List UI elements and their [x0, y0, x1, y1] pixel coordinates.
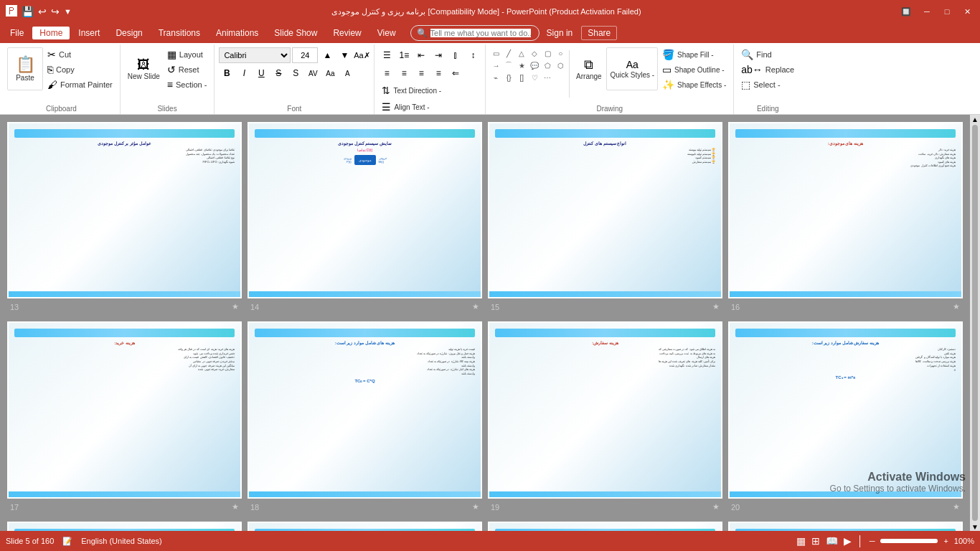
slide-panel[interactable]: عوامل مؤثر بر کنترل موجودی تقاضا برای مو…	[0, 115, 970, 531]
justify-button[interactable]: ≡	[430, 65, 446, 81]
menu-review[interactable]: Review	[326, 27, 368, 39]
scrollbar-up[interactable]: ▲	[971, 115, 979, 123]
slide-thumb-24[interactable]: هزینه کمبود هزینه کمبود زمانی رخ می دهد …	[728, 522, 963, 532]
numbering-button[interactable]: 1≡	[396, 47, 412, 63]
menu-slideshow[interactable]: Slide Show	[267, 27, 324, 39]
align-text-button[interactable]: ☰ Align Text -	[379, 100, 432, 114]
more-shapes[interactable]: ⋯	[542, 72, 553, 83]
copy-button[interactable]: ⎘ Copy	[44, 62, 116, 77]
underline-button[interactable]: U	[253, 65, 269, 81]
redo-button[interactable]: ↪	[51, 6, 60, 17]
arrow-shape[interactable]: →	[490, 60, 501, 71]
rounded-rect-shape[interactable]: ▢	[542, 47, 553, 59]
select-button[interactable]: ⬚ Select -	[738, 77, 797, 92]
decrease-indent-button[interactable]: ⇤	[413, 47, 429, 63]
slide-thumb-14[interactable]: نمایش سیستم کنترل موجودی تقاضا D(t) ورود…	[248, 122, 482, 298]
right-to-left-button[interactable]: ⇐	[448, 65, 463, 81]
strikethrough-button[interactable]: S	[270, 65, 286, 81]
paste-button[interactable]: 📋 Paste	[7, 47, 43, 90]
font-color-button[interactable]: A	[339, 65, 355, 81]
normal-view-button[interactable]: ▦	[796, 535, 806, 547]
bold-button[interactable]: B	[219, 65, 235, 81]
cut-button[interactable]: ✂ Cut	[44, 47, 116, 62]
diamond-shape[interactable]: ◇	[529, 47, 540, 59]
tell-me-box[interactable]: 🔍	[410, 25, 540, 41]
font-size-increase[interactable]: ▲	[319, 47, 335, 63]
slide-thumb-19[interactable]: هزینه سفارش: به هزینه اطلاق می شود که در…	[488, 321, 722, 498]
bullets-button[interactable]: ☰	[379, 47, 395, 63]
menu-transitions[interactable]: Transitions	[151, 27, 207, 39]
save-button[interactable]: 💾	[22, 6, 34, 17]
font-size-input[interactable]	[292, 47, 318, 63]
columns-button[interactable]: ⫿	[448, 47, 463, 63]
tell-me-input[interactable]	[430, 29, 531, 37]
change-case-button[interactable]: Aa	[322, 65, 338, 81]
slide-thumb-21[interactable]: هزینه نگهداری زمانی که کالا وارد انبار م…	[7, 522, 242, 532]
menu-insert[interactable]: Insert	[71, 27, 107, 39]
align-left-button[interactable]: ≡	[379, 65, 395, 81]
shape-effects-button[interactable]: ✨ Shape Effects -	[659, 77, 729, 92]
hexagon-shape[interactable]: ⬡	[555, 60, 566, 71]
replace-button[interactable]: ab↔ Replace	[738, 62, 797, 77]
align-center-button[interactable]: ≡	[396, 65, 412, 81]
menu-file[interactable]: File	[3, 27, 31, 39]
bracket-shape[interactable]: []	[516, 72, 527, 83]
close-button[interactable]: ✕	[960, 4, 974, 19]
heart-shape[interactable]: ♡	[529, 72, 540, 83]
italic-button[interactable]: I	[236, 65, 252, 81]
rect-shape[interactable]: ▭	[490, 47, 501, 59]
shape-outline-button[interactable]: ▭ Shape Outline -	[659, 62, 729, 77]
menu-design[interactable]: Design	[108, 27, 149, 39]
notes-button[interactable]: 📝	[62, 537, 72, 546]
slide-sorter-button[interactable]: ⊞	[811, 535, 820, 547]
format-painter-button[interactable]: 🖌 Format Painter	[44, 77, 116, 92]
slide-thumb-18[interactable]: هزینه های شامل موارد زیر است: قیمت خرید …	[248, 321, 482, 498]
menu-animations[interactable]: Animations	[209, 27, 265, 39]
text-direction-button[interactable]: ⇅ Text Direction -	[379, 83, 444, 98]
char-spacing-button[interactable]: AV	[305, 65, 321, 81]
callout-shape[interactable]: 💬	[529, 60, 540, 71]
slide-thumb-16[interactable]: هزینه های موجودی: هزینه خرید: دلار هزینه…	[728, 122, 963, 298]
ellipse-shape[interactable]: ○	[555, 47, 566, 59]
scrollbar-down[interactable]: ▼	[971, 522, 979, 531]
slide-thumb-23[interactable]: معیارهای محاسبه هزینه نگهداری: به طور کل…	[488, 522, 722, 532]
font-family-select[interactable]: Calibri	[219, 47, 291, 63]
menu-view[interactable]: View	[370, 27, 403, 39]
slide-thumb-20[interactable]: هزینه سفارش شامل موارد زیر است: دستمزد ک…	[728, 321, 963, 498]
increase-indent-button[interactable]: ⇥	[430, 47, 446, 63]
zoom-slider[interactable]	[880, 539, 938, 543]
menu-home[interactable]: Home	[32, 27, 70, 39]
slide-show-button[interactable]: ▶	[844, 535, 852, 547]
slide-thumb-15[interactable]: انواع سیستم های کنترل 🏆 سیستم تولید پیوس…	[488, 122, 722, 298]
font-size-decrease[interactable]: ▼	[336, 47, 352, 63]
restore-icon[interactable]: 🔲	[901, 7, 911, 17]
line-shape[interactable]: ╱	[503, 47, 514, 59]
layout-button[interactable]: ▦ Layout	[164, 47, 210, 62]
scrollbar-thumb[interactable]	[972, 125, 978, 521]
find-button[interactable]: 🔍 Find	[738, 47, 797, 62]
slide-thumb-17[interactable]: هزینه خرید: هزینه های خرید: هزینه ای است…	[7, 321, 242, 498]
clear-formatting-button[interactable]: Aa✗	[354, 47, 369, 63]
reset-button[interactable]: ↺ Reset	[164, 62, 210, 77]
shadow-button[interactable]: S	[288, 65, 303, 81]
maximize-button[interactable]: □	[940, 4, 954, 19]
new-slide-button[interactable]: 🖼 New Slide	[125, 47, 163, 90]
sign-in-button[interactable]: Sign in	[547, 28, 573, 38]
triangle-shape[interactable]: △	[516, 47, 527, 59]
zoom-out-button[interactable]: ─	[870, 537, 875, 545]
line-spacing-button[interactable]: ↕	[465, 47, 481, 63]
slide-thumb-22[interactable]: هزینه نگهداری شامل: هزینه نگهداری شامل: …	[248, 522, 482, 532]
undo-button[interactable]: ↩	[38, 6, 47, 17]
customize-icon[interactable]: ▼	[64, 7, 72, 16]
arrange-button[interactable]: ⧉ Arrange	[573, 47, 605, 90]
align-right-button[interactable]: ≡	[413, 65, 429, 81]
shape-fill-button[interactable]: 🪣 Shape Fill -	[659, 47, 729, 62]
slide-thumb-13[interactable]: عوامل مؤثر بر کنترل موجودی تقاضا برای مو…	[7, 122, 242, 298]
pentagon-shape[interactable]: ⬠	[542, 60, 553, 71]
brace-shape[interactable]: {}	[503, 72, 514, 83]
section-button[interactable]: ≡ Section -	[164, 77, 210, 92]
star-shape[interactable]: ★	[516, 60, 527, 71]
curve-shape[interactable]: ⌒	[503, 60, 514, 71]
minimize-button[interactable]: ─	[920, 4, 934, 19]
zoom-in-button[interactable]: +	[943, 537, 948, 545]
